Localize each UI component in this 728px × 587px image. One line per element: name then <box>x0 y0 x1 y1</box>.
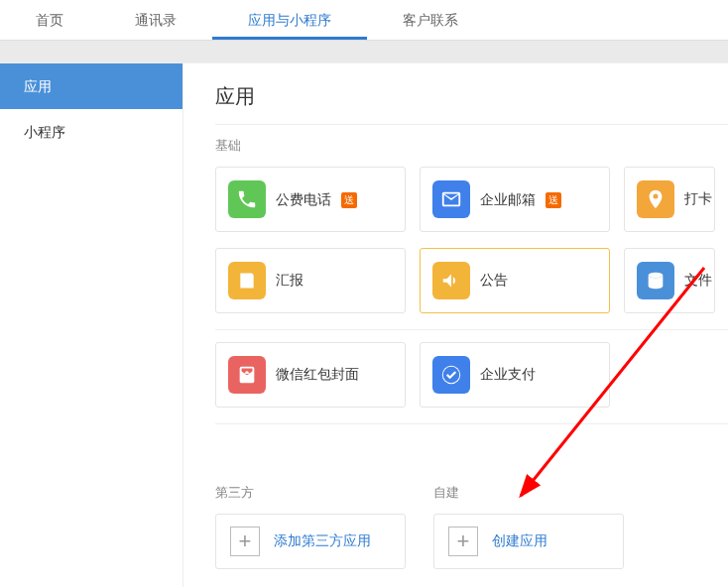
topnav-contacts[interactable]: 通讯录 <box>99 0 212 40</box>
app-label: 打卡 <box>684 190 712 208</box>
hr <box>215 423 728 424</box>
app-label: 公告 <box>480 272 508 290</box>
app-card-redpacket[interactable]: 微信红包封面 <box>215 342 406 408</box>
announce-icon <box>432 262 470 299</box>
hr <box>215 124 728 125</box>
pay-icon <box>432 356 470 394</box>
plus-icon: + <box>230 527 260 556</box>
checkin-icon <box>637 180 674 218</box>
app-card-file[interactable]: 文件 <box>624 248 715 313</box>
app-card-mail[interactable]: 企业邮箱 送 <box>420 167 610 232</box>
phone-icon <box>228 180 266 218</box>
section-basic-title: 基础 <box>215 137 728 155</box>
page-title: 应用 <box>215 83 728 110</box>
mail-icon <box>432 180 470 218</box>
app-label: 文件 <box>684 272 712 290</box>
sidebar: 应用 小程序 <box>0 63 183 587</box>
section-thirdparty-title: 第三方 <box>215 484 420 502</box>
app-card-checkin[interactable]: 打卡 <box>624 167 715 232</box>
plus-icon: + <box>448 527 478 556</box>
main-content: 应用 基础 公费电话 送 企业邮箱 送 <box>183 63 728 587</box>
hr <box>215 329 728 330</box>
redpacket-icon <box>228 356 266 394</box>
report-icon <box>228 262 266 299</box>
app-card-announce[interactable]: 公告 <box>420 248 610 313</box>
add-selfbuild-button[interactable]: + 创建应用 <box>433 514 624 569</box>
tag-badge: 送 <box>546 192 561 208</box>
sidebar-item-apps[interactable]: 应用 <box>0 63 182 109</box>
svg-point-0 <box>649 273 664 279</box>
sidebar-item-mini[interactable]: 小程序 <box>0 109 182 155</box>
topnav-home[interactable]: 首页 <box>0 0 99 40</box>
app-card-report[interactable]: 汇报 <box>215 248 406 313</box>
app-card-pay[interactable]: 企业支付 <box>420 342 610 408</box>
add-label: 创建应用 <box>492 532 547 550</box>
topnav-customer[interactable]: 客户联系 <box>367 0 494 40</box>
app-label: 企业支付 <box>480 366 536 384</box>
section-selfbuild-title: 自建 <box>433 484 638 502</box>
app-card-phone[interactable]: 公费电话 送 <box>215 167 406 232</box>
tag-badge: 送 <box>341 192 357 208</box>
app-label: 公费电话 <box>276 191 331 207</box>
file-icon <box>637 262 674 299</box>
app-label: 汇报 <box>276 272 303 290</box>
add-thirdparty-button[interactable]: + 添加第三方应用 <box>215 514 406 569</box>
add-label: 添加第三方应用 <box>274 532 371 550</box>
divider-bar <box>0 40 728 63</box>
app-label: 企业邮箱 <box>480 191 536 207</box>
topnav-apps-mini[interactable]: 应用与小程序 <box>212 0 367 40</box>
app-label: 微信红包封面 <box>276 366 359 384</box>
